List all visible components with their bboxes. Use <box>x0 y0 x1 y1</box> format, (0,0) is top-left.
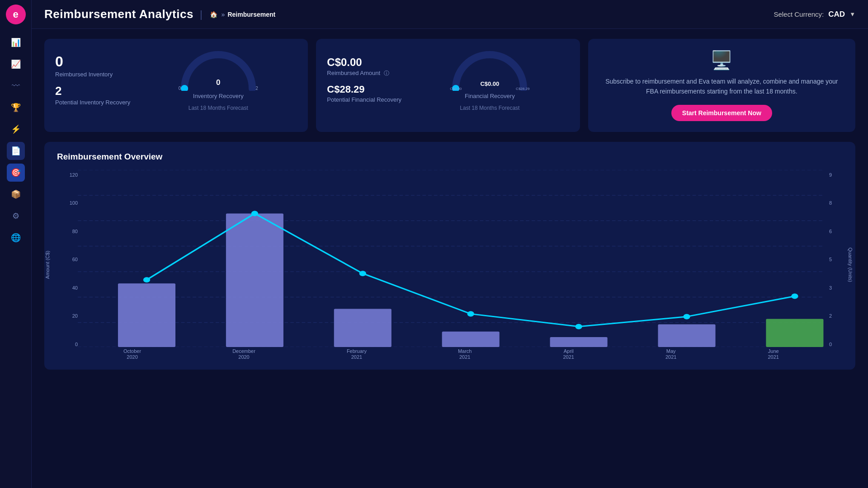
sidebar-item-lightning[interactable]: ⚡ <box>7 120 25 138</box>
inventory-card: 0 Reimbursed Inventory 2 Potential Inven… <box>44 39 308 132</box>
potential-count: 2 <box>55 84 130 98</box>
sidebar-item-documents[interactable]: 📄 <box>7 142 25 160</box>
potential-label: Potential Inventory Recovery <box>55 99 130 106</box>
chart-inner: October 2020 December 2020 February 2021 <box>78 170 825 360</box>
y-right-tick-3: 3 <box>829 285 843 291</box>
line-dot-october <box>143 277 150 282</box>
x-label-february: February 2021 <box>347 348 367 360</box>
inventory-stats: 0 Reimbursed Inventory 2 Potential Inven… <box>55 48 130 111</box>
financial-forecast-label: Last 18 Months Forecast <box>460 105 519 111</box>
page-title: Reimbursement Analytics <box>44 7 193 21</box>
x-label-april: April 2021 <box>563 348 574 360</box>
x-label-march: March 2021 <box>458 348 472 360</box>
breadcrumb: 🏠 » Reimbursement <box>209 9 276 19</box>
inventory-forecast-label: Last 18 Months Forecast <box>189 105 248 111</box>
main-area: Reimbursement Analytics | 🏠 » Reimbursem… <box>32 0 868 488</box>
sidebar-item-analytics[interactable]: 📈 <box>7 55 25 73</box>
sidebar-item-settings[interactable]: ⚙ <box>7 207 25 225</box>
bar-december <box>226 213 283 347</box>
summary-cards-row: 0 Reimbursed Inventory 2 Potential Inven… <box>44 39 855 132</box>
y-right-tick-8: 8 <box>829 200 843 206</box>
divider: | <box>200 9 203 20</box>
y-right-tick-6: 6 <box>829 229 843 234</box>
gauge-title: Inventory Recovery <box>193 93 244 99</box>
chart-svg <box>78 170 825 347</box>
currency-dropdown-icon[interactable]: ▼ <box>849 11 855 18</box>
currency-label: Select Currency: <box>774 10 824 18</box>
bar-february <box>334 309 392 347</box>
sidebar-item-trends[interactable]: 〰 <box>7 77 25 95</box>
gauge-container: 0 2 0 <box>178 48 259 91</box>
line-dot-december <box>251 211 258 216</box>
inventory-gauge: 0 2 0 Inventory Recovery Last 18 Months … <box>139 48 297 111</box>
chart-section: Reimbursement Overview Amount (C$) 120 1… <box>44 142 855 370</box>
app-logo[interactable]: e <box>6 5 26 24</box>
y-right-tick-0: 0 <box>829 342 843 347</box>
header-left: Reimbursement Analytics | 🏠 » Reimbursem… <box>44 7 275 21</box>
bar-october <box>118 283 175 347</box>
content-area: 0 Reimbursed Inventory 2 Potential Inven… <box>32 29 868 488</box>
y-axis-right: 9 8 6 5 3 2 0 Quantity (Units) <box>825 170 843 360</box>
chart-area: Amount (C$) 120 100 80 60 40 20 0 <box>57 170 843 360</box>
potential-amount: C$28.29 <box>327 84 401 95</box>
header: Reimbursement Analytics | 🏠 » Reimbursem… <box>32 0 868 29</box>
gauge-value: 0 <box>216 78 220 87</box>
financial-gauge-left: C$0.00 <box>450 87 462 91</box>
gauge-label-left: 0 <box>179 86 181 91</box>
breadcrumb-current: Reimbursement <box>227 11 275 18</box>
line-dot-february <box>359 271 366 276</box>
y-axis-left-label: Amount (C$) <box>45 251 50 279</box>
y-tick-120: 120 <box>70 172 78 178</box>
y-right-tick-5: 5 <box>829 257 843 262</box>
bar-may <box>658 324 715 347</box>
sidebar: e 📊 📈 〰 🏆 ⚡ 📄 🎯 📦 ⚙ 🌐 <box>0 0 32 488</box>
currency-value: CAD <box>828 10 845 19</box>
start-reimbursement-button[interactable]: Start Reimbursement Now <box>671 105 772 121</box>
currency-selector[interactable]: Select Currency: CAD ▼ <box>774 10 855 19</box>
y-tick-100: 100 <box>70 200 78 206</box>
reimbursed-amount-label: Reimbursed Amount ⓘ <box>327 70 401 77</box>
y-tick-60: 60 <box>72 257 78 262</box>
reimbursed-count: 0 <box>55 53 130 70</box>
y-tick-40: 40 <box>72 285 78 291</box>
x-label-december: December 2020 <box>232 348 255 360</box>
bar-march <box>442 332 500 347</box>
financial-gauge: C$0.00 C$28.29 C$0.00 Financial Recovery… <box>410 48 569 111</box>
reimbursed-label: Reimbursed Inventory <box>55 71 130 78</box>
financial-gauge-container: C$0.00 C$28.29 C$0.00 <box>449 48 530 91</box>
subscribe-card: 🖥️ Subscribe to reimbursement and Eva te… <box>588 39 855 132</box>
y-axis-left: Amount (C$) 120 100 80 60 40 20 0 <box>57 170 78 360</box>
chart-title: Reimbursement Overview <box>57 152 843 162</box>
sidebar-item-dashboard[interactable]: 📊 <box>7 33 25 52</box>
y-tick-20: 20 <box>72 313 78 319</box>
sidebar-item-box[interactable]: 📦 <box>7 185 25 203</box>
line-dot-june <box>791 293 798 299</box>
sidebar-item-globe[interactable]: 🌐 <box>7 229 25 247</box>
bar-june <box>766 319 823 347</box>
breadcrumb-home-icon[interactable]: 🏠 <box>209 9 219 19</box>
x-label-may: May 2021 <box>665 348 676 360</box>
info-icon: ⓘ <box>384 70 389 76</box>
x-label-october: October 2020 <box>123 348 141 360</box>
y-right-tick-2: 2 <box>829 313 843 319</box>
bar-april <box>550 337 608 347</box>
y-tick-80: 80 <box>72 229 78 234</box>
line-dot-april <box>575 324 582 329</box>
financial-gauge-right: C$28.29 <box>516 87 529 91</box>
reimbursed-amount: C$0.00 <box>327 56 401 69</box>
line-dot-march <box>467 311 474 316</box>
subscribe-text: Subscribe to reimbursement and Eva team … <box>601 76 843 97</box>
sidebar-item-awards[interactable]: 🏆 <box>7 99 25 117</box>
y-right-tick-9: 9 <box>829 172 843 178</box>
gauge-label-right: 2 <box>255 86 258 91</box>
potential-amount-label: Potential Financial Recovery <box>327 96 401 103</box>
line-dot-may <box>683 314 690 319</box>
subscribe-icon: 🖥️ <box>710 50 733 71</box>
y-axis-right-label: Quantity (Units) <box>848 248 853 282</box>
financial-card: C$0.00 Reimbursed Amount ⓘ C$28.29 Poten… <box>316 39 580 132</box>
financial-gauge-value: C$0.00 <box>480 80 499 87</box>
financial-stats: C$0.00 Reimbursed Amount ⓘ C$28.29 Poten… <box>327 48 401 111</box>
sidebar-item-target[interactable]: 🎯 <box>7 164 25 182</box>
financial-gauge-title: Financial Recovery <box>465 93 515 99</box>
x-label-june: June 2021 <box>768 348 778 360</box>
